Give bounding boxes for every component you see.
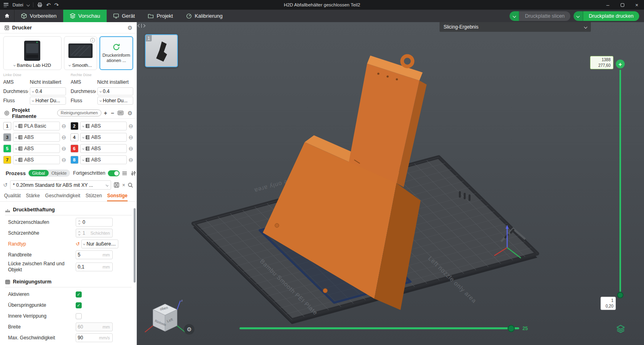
tab-kalibrierung[interactable]: Kalibrierung [180, 10, 229, 22]
collapse-chevron-icon[interactable] [584, 25, 587, 29]
filament-edit-icon[interactable]: ⊖ [62, 157, 66, 163]
filament-color-swatch[interactable]: 5 [3, 145, 11, 153]
filament-select[interactable]: ABS [80, 144, 127, 153]
filament-select[interactable]: ABS [80, 155, 127, 164]
spinner-arrows-icon[interactable] [78, 221, 81, 224]
spinner-arrows-icon[interactable] [78, 231, 81, 235]
search-icon[interactable] [128, 182, 133, 188]
print-plate-dropdown[interactable] [574, 11, 583, 21]
close-button[interactable]: × [630, 0, 644, 10]
panel-collapse-handle[interactable] [138, 24, 145, 28]
right-flow-select[interactable]: Hoher Du... [97, 97, 134, 105]
tab-sonstige[interactable]: Sonstige [107, 191, 128, 201]
home-button[interactable] [0, 10, 14, 22]
list-icon[interactable] [122, 171, 127, 176]
skirt-height-input[interactable]: 1 Schichten [76, 229, 113, 238]
tab-vorschau[interactable]: Vorschau [63, 10, 107, 22]
brim-width-input[interactable]: 5 mm [76, 250, 113, 259]
reset-modified-icon[interactable]: ↺ [76, 241, 80, 247]
filament-color-swatch[interactable]: 7 [3, 156, 11, 164]
printer-info-card[interactable]: Druckerinformationen ... [99, 36, 133, 70]
filament-select[interactable]: ABS [80, 133, 127, 142]
advanced-toggle[interactable] [108, 170, 120, 176]
minimize-button[interactable]: – [601, 0, 615, 10]
filament-color-swatch[interactable]: 4 [70, 133, 78, 141]
filament-edit-icon[interactable]: ⊖ [62, 134, 66, 140]
filament-select[interactable]: ABS [13, 133, 60, 142]
brim-gap-input[interactable]: 0,1 mm [76, 262, 113, 271]
undo-icon[interactable]: ↶ [46, 2, 51, 8]
slice-plate-button[interactable]: Druckplatte slicen [519, 11, 570, 21]
filament-color-swatch[interactable]: 2 [70, 122, 78, 130]
ams-sync-icon[interactable] [118, 110, 124, 116]
panel-scrollbar[interactable] [134, 208, 136, 283]
print-plate-button[interactable]: Druckplatte drucken [583, 11, 639, 21]
tune-icon[interactable] [131, 171, 136, 176]
export-printer-icon[interactable] [37, 2, 43, 8]
move-slider-track[interactable] [239, 327, 519, 329]
tab-projekt[interactable]: Projekt [141, 10, 179, 22]
filament-edit-icon[interactable]: ⊖ [128, 123, 133, 129]
scope-objects[interactable]: Objekte [49, 171, 70, 176]
inner-ribs-checkbox[interactable] [76, 313, 82, 319]
tab-geschwindigkeit[interactable]: Geschwindigkeit [45, 191, 80, 201]
delete-preset-icon[interactable]: × [122, 182, 125, 188]
viewport-settings-button[interactable]: ⚙ [184, 324, 194, 335]
plate-caret-icon[interactable] [68, 64, 71, 66]
filament-select[interactable]: ABS [80, 122, 127, 130]
layers-view-button[interactable] [615, 323, 626, 335]
printer-settings-gear-icon[interactable]: ⚙ [127, 25, 132, 31]
plate-info-icon[interactable]: i [90, 38, 95, 43]
filament-edit-icon[interactable]: ⊖ [128, 157, 133, 163]
flush-volume-badge[interactable]: Reinigungsvolumen [57, 109, 101, 116]
left-flow-select[interactable]: Hoher Du... [30, 97, 66, 105]
scope-global[interactable]: Global [29, 170, 49, 176]
scope-toggle[interactable]: Global Objekte [28, 169, 70, 177]
filament-select[interactable]: ABS [13, 155, 60, 164]
filament-edit-icon[interactable]: ⊖ [62, 146, 66, 151]
tab-geraet[interactable]: Gerät [107, 10, 142, 22]
tab-qualitaet[interactable]: Qualität [4, 191, 21, 201]
tab-stuetzen[interactable]: Stützen [85, 191, 102, 201]
layer-slider-add-button[interactable]: + [616, 60, 625, 68]
left-diameter-select[interactable]: 0.4 [30, 87, 66, 95]
viewport-3d[interactable]: Right nozzle only area Bambu Smooth PEI … [137, 22, 644, 345]
redo-icon[interactable]: ↷ [54, 2, 59, 8]
filament-edit-icon[interactable]: ⊖ [128, 146, 133, 151]
tower-width-input[interactable]: 60 mm [76, 322, 113, 331]
filament-edit-icon[interactable]: ⊖ [62, 123, 66, 129]
move-slider-handle[interactable] [508, 325, 515, 332]
add-filament-button[interactable]: + [104, 110, 107, 116]
filament-color-swatch[interactable]: 8 [70, 156, 78, 164]
reset-preset-icon[interactable]: ↺ [3, 182, 8, 188]
right-diameter-select[interactable]: 0.4 [97, 87, 134, 95]
tab-staerke[interactable]: Stärke [26, 191, 40, 201]
maximize-button[interactable] [615, 0, 630, 10]
preset-select[interactable]: * 0.20mm Standard für ABS mit XY ... [10, 180, 111, 190]
brim-type-select[interactable]: Nur äußere… [81, 240, 118, 248]
filament-color-swatch[interactable]: 1 [3, 122, 11, 130]
enable-tower-checkbox[interactable] [76, 291, 82, 297]
skip-points-checkbox[interactable] [76, 302, 82, 308]
file-menu-caret-icon[interactable] [27, 3, 30, 6]
filament-color-swatch[interactable]: 6 [70, 145, 78, 153]
printer-caret-icon[interactable] [13, 64, 16, 66]
slicing-result-panel[interactable]: Slicing-Ergebnis [440, 22, 591, 32]
remove-filament-button[interactable]: − [111, 110, 114, 116]
layer-slider-track[interactable] [619, 70, 621, 292]
filament-select[interactable]: PLA Basic [13, 122, 60, 130]
nav-cube[interactable]: oben Rückseite Left z [140, 298, 188, 345]
file-menu[interactable]: Datei [12, 2, 23, 7]
max-speed-input[interactable]: 90 mm/s [76, 333, 113, 342]
skirt-loops-input[interactable]: 0 [76, 218, 113, 227]
slice-plate-dropdown[interactable] [510, 11, 519, 21]
printer-card[interactable]: Bambu Lab H2D [3, 36, 62, 70]
layer-slider-handle[interactable] [617, 292, 623, 298]
tab-vorbereiten[interactable]: Vorbereiten [14, 10, 63, 22]
filament-settings-gear-icon[interactable]: ⚙ [127, 110, 132, 116]
filament-color-swatch[interactable]: 3 [3, 133, 11, 141]
filament-select[interactable]: ABS [13, 144, 60, 153]
filament-edit-icon[interactable]: ⊖ [128, 134, 133, 140]
plate-thumbnail[interactable]: 1 [145, 34, 178, 67]
plate-type-card[interactable]: i Smooth... [64, 36, 97, 70]
